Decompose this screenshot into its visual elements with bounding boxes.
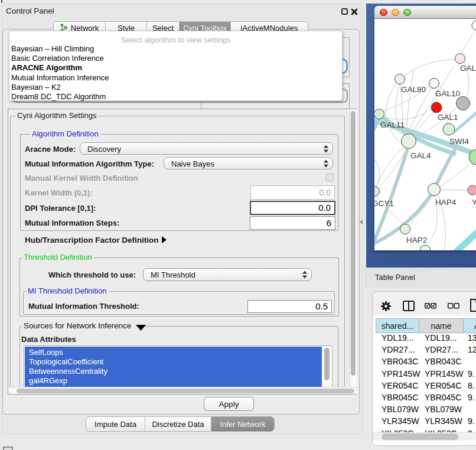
svg-text:GAL4: GAL4	[410, 151, 431, 160]
svg-text:Y: Y	[472, 198, 476, 207]
svg-text:GAL1: GAL1	[438, 113, 458, 122]
svg-text:HAP2: HAP2	[406, 236, 427, 244]
svg-text:GAL11: GAL11	[380, 120, 405, 129]
svg-text:GCY1: GCY1	[374, 199, 394, 208]
svg-text:SWI4: SWI4	[449, 137, 469, 146]
svg-text:GAL80: GAL80	[401, 85, 426, 94]
svg-text:HAP4: HAP4	[435, 198, 457, 207]
svg-text:GAL: GAL	[460, 64, 476, 73]
svg-text:GAL10: GAL10	[435, 89, 460, 98]
